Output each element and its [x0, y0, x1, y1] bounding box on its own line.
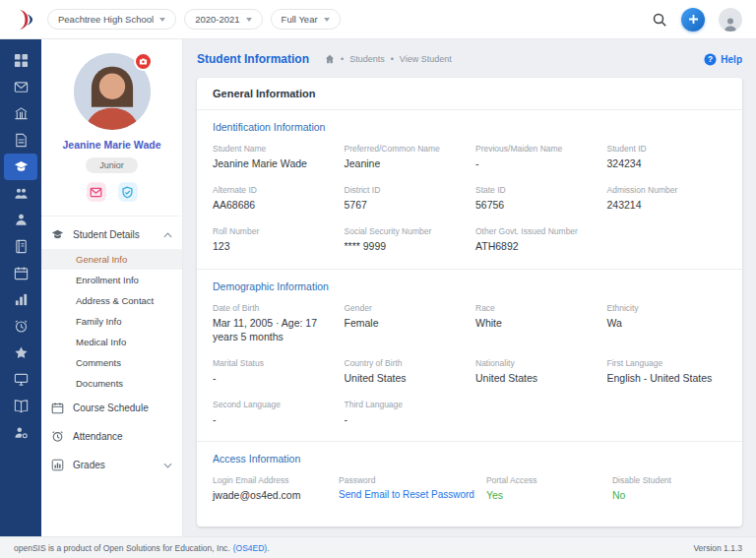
student-quick-actions — [49, 182, 174, 210]
field-label: Country of Birth — [345, 358, 465, 368]
field-value: 5767 — [345, 198, 465, 212]
field-label: Gender — [345, 303, 465, 313]
field-value: English - United States — [607, 371, 727, 385]
footer: openSIS is a product of Open Solutions f… — [0, 536, 756, 558]
field-label: Alternate ID — [213, 185, 333, 195]
field-label: Other Govt. Issued Number — [475, 226, 596, 236]
school-year-selector[interactable]: 2020-2021 — [184, 9, 262, 30]
access-section: Access Information Login Email Address j… — [197, 441, 742, 517]
plus-icon — [688, 14, 699, 25]
menu-item-label: Grades — [73, 460, 155, 470]
breadcrumb: • Students • View Student — [325, 54, 452, 64]
sidebar-item-general-info[interactable]: General Info — [41, 249, 182, 270]
field-label: Social Security Number — [345, 226, 465, 236]
sidebar-item-documents[interactable]: Documents — [41, 373, 182, 394]
identification-section: Identification Information Student Name … — [197, 110, 742, 269]
rail-item-students[interactable] — [4, 154, 37, 180]
breadcrumb-students[interactable]: Students — [349, 54, 385, 64]
field-label: Password — [339, 475, 474, 485]
field-value: Yes — [486, 488, 600, 502]
sidebar-item-address-contact[interactable]: Address & Contact — [41, 290, 182, 311]
help-button[interactable]: ? Help — [704, 53, 742, 66]
help-label: Help — [721, 54, 742, 65]
menu-item-label: Attendance — [73, 431, 172, 442]
field-value: Wa — [607, 316, 727, 330]
field-label: District ID — [345, 185, 465, 195]
field-portal-access: Portal Access Yes — [486, 475, 600, 502]
field-value: jwade@os4ed.com — [213, 488, 327, 502]
opensis-app: Peachtree High School 2020-2021 Full Yea… — [0, 0, 756, 558]
add-button[interactable] — [681, 8, 705, 31]
general-information-card: General Information Identification Infor… — [197, 78, 742, 527]
field-password: Password Send Email to Reset Password — [339, 475, 474, 502]
field-student-id: Student ID 324234 — [607, 144, 727, 170]
user-avatar[interactable] — [719, 8, 742, 31]
top-header: Peachtree High School 2020-2021 Full Yea… — [0, 0, 756, 39]
breadcrumb-separator: • — [391, 54, 394, 64]
reset-password-link[interactable]: Send Email to Reset Password — [339, 488, 474, 502]
field-date-of-birth: Date of Birth Mar 11, 2005 · Age: 17 yea… — [213, 303, 333, 343]
field-value: - — [475, 156, 596, 170]
field-label: Student Name — [213, 144, 333, 154]
section-title: Access Information — [213, 453, 726, 465]
change-photo-button[interactable] — [134, 52, 153, 71]
field-value: 324234 — [607, 156, 727, 170]
bar-chart-icon — [14, 292, 29, 307]
sidebar-item-medical-info[interactable]: Medical Info — [41, 332, 182, 352]
os4ed-link[interactable]: (OS4ED) — [233, 543, 267, 553]
section-title: Identification Information — [213, 121, 726, 133]
school-year-label: 2020-2021 — [195, 14, 239, 25]
rail-item-courses[interactable] — [4, 233, 37, 260]
home-icon[interactable] — [325, 54, 335, 64]
card-title: General Information — [197, 78, 742, 110]
rail-item-calendar[interactable] — [4, 260, 37, 286]
rail-item-library[interactable] — [4, 393, 37, 419]
field-label: Student ID — [607, 144, 727, 154]
rail-item-messages[interactable] — [4, 74, 37, 100]
sidebar-item-attendance[interactable]: Attendance — [41, 422, 182, 451]
question-circle-icon: ? — [704, 53, 717, 66]
sidebar-item-student-details[interactable]: Student Details — [41, 220, 182, 249]
grade-level-badge: Junior — [86, 157, 138, 173]
chevron-down-icon — [163, 463, 172, 468]
chevron-down-icon — [246, 18, 252, 22]
rail-item-school-info[interactable] — [4, 100, 37, 127]
field-value: - — [213, 412, 333, 426]
rail-item-attendance[interactable] — [4, 313, 37, 340]
rail-item-users[interactable] — [4, 207, 37, 233]
field-value: Mar 11, 2005 · Age: 17 years 5 months — [213, 316, 333, 343]
version-label: Version 1.1.3 — [693, 543, 742, 553]
rail-item-behavior[interactable] — [4, 340, 37, 366]
sidebar-item-enrollment-info[interactable]: Enrollment Info — [41, 270, 182, 290]
rail-item-forms[interactable] — [4, 127, 37, 154]
sidebar-item-family-info[interactable]: Family Info — [41, 311, 182, 332]
field-roll-number: Roll Number 123 — [213, 226, 333, 253]
portal-access-button[interactable] — [118, 182, 138, 202]
sidebar-item-grades[interactable]: Grades — [41, 451, 182, 479]
sidebar-item-course-schedule[interactable]: Course Schedule — [41, 394, 182, 422]
search-icon[interactable] — [652, 12, 667, 28]
field-label: Previous/Maiden Name — [475, 144, 596, 154]
field-value: 243214 — [607, 198, 727, 212]
rail-item-dashboard[interactable] — [4, 47, 37, 74]
field-grid: Student Name Jeanine Marie Wade Preferre… — [213, 144, 726, 269]
email-student-button[interactable] — [87, 182, 106, 202]
field-label: Marital Status — [213, 358, 333, 368]
field-disable-student: Disable Student No — [612, 475, 726, 502]
school-selector[interactable]: Peachtree High School — [47, 9, 176, 30]
rail-item-parents[interactable] — [4, 180, 37, 207]
field-value: 56756 — [475, 198, 596, 212]
student-profile: Jeanine Marie Wade Junior — [41, 39, 182, 217]
rail-item-settings[interactable] — [4, 419, 37, 446]
field-value: Female — [345, 316, 465, 330]
field-value: AA68686 — [213, 198, 333, 212]
sidebar-item-comments[interactable]: Comments — [41, 352, 182, 373]
rail-item-reports[interactable] — [4, 366, 37, 393]
school-selector-label: Peachtree High School — [58, 14, 154, 25]
field-other-govt-number: Other Govt. Issued Number ATH6892 — [475, 226, 596, 253]
rail-item-grades[interactable] — [4, 286, 37, 313]
menu-item-label: Course Schedule — [73, 403, 172, 413]
marking-period-selector[interactable]: Full Year — [271, 9, 341, 30]
bar-chart-icon — [51, 459, 64, 471]
field-first-language: First Language English - United States — [607, 358, 727, 385]
